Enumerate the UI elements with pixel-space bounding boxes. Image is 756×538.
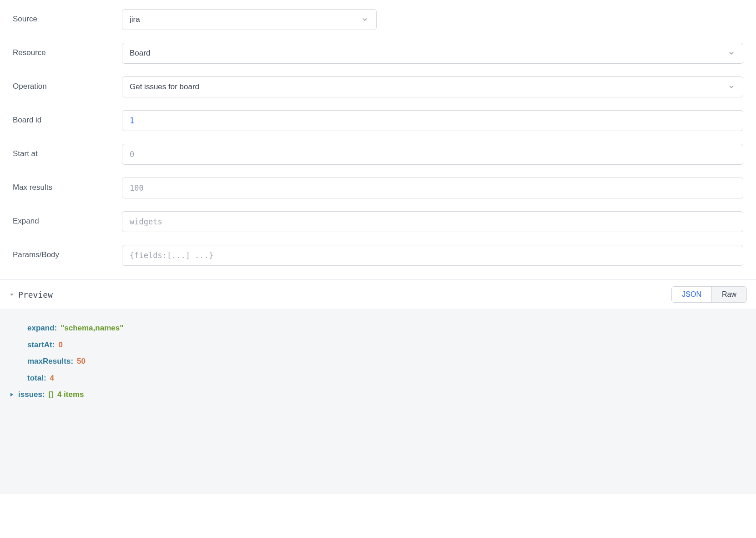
resource-value: Board (130, 49, 150, 58)
json-key: total: (27, 370, 46, 387)
json-count: 4 items (57, 386, 84, 403)
json-value: "schema,names" (60, 320, 123, 337)
json-line-total: total: 4 (9, 370, 747, 387)
resource-select[interactable]: Board (122, 43, 743, 64)
triangle-right-icon (9, 392, 15, 397)
source-row: Source jira (13, 9, 743, 30)
start-at-input[interactable] (122, 144, 743, 165)
expand-input[interactable] (122, 211, 743, 232)
triangle-down-icon (9, 292, 15, 297)
operation-label: Operation (13, 76, 122, 91)
max-results-input[interactable] (122, 178, 743, 198)
json-key: expand: (27, 320, 57, 337)
expand-row: Expand (13, 211, 743, 232)
start-at-row: Start at (13, 144, 743, 165)
json-line-issues[interactable]: issues: [] 4 items (9, 386, 747, 403)
chevron-down-icon (361, 15, 369, 24)
form-section: Source jira Resource Board Operation (0, 0, 756, 279)
json-line-maxresults: maxResults: 50 (9, 353, 747, 370)
preview-title-wrapper[interactable]: Preview (9, 290, 53, 299)
source-select[interactable]: jira (122, 9, 377, 30)
preview-section: Preview JSON Raw expand: "schema,names" … (0, 279, 756, 494)
json-toggle-button[interactable]: JSON (672, 287, 712, 302)
json-line-startat: startAt: 0 (9, 337, 747, 354)
chevron-down-icon (727, 83, 736, 91)
json-line-expand: expand: "schema,names" (9, 320, 747, 337)
chevron-down-icon (727, 49, 736, 57)
view-toggle: JSON Raw (671, 286, 747, 303)
params-body-input[interactable] (122, 245, 743, 266)
max-results-label: Max results (13, 178, 122, 192)
json-value: 0 (58, 337, 62, 354)
start-at-label: Start at (13, 144, 122, 158)
json-bracket: [] (49, 386, 54, 403)
resource-label: Resource (13, 43, 122, 57)
preview-header: Preview JSON Raw (0, 280, 756, 309)
source-value: jira (130, 15, 140, 24)
max-results-row: Max results (13, 178, 743, 198)
board-id-input[interactable] (122, 110, 743, 131)
operation-row: Operation Get issues for board (13, 76, 743, 97)
params-body-row: Params/Body (13, 245, 743, 266)
json-value: 4 (50, 370, 54, 387)
json-value: 50 (77, 353, 86, 370)
json-key: issues: (18, 386, 45, 403)
board-id-row: Board id (13, 110, 743, 131)
operation-select[interactable]: Get issues for board (122, 76, 743, 97)
board-id-label: Board id (13, 110, 122, 125)
json-viewer: expand: "schema,names" startAt: 0 maxRes… (0, 309, 756, 494)
params-body-label: Params/Body (13, 245, 122, 259)
preview-title: Preview (18, 290, 53, 299)
operation-value: Get issues for board (130, 82, 199, 91)
raw-toggle-button[interactable]: Raw (712, 287, 746, 302)
resource-row: Resource Board (13, 43, 743, 64)
json-key: startAt: (27, 337, 55, 354)
json-key: maxResults: (27, 353, 73, 370)
expand-label: Expand (13, 211, 122, 226)
source-label: Source (13, 9, 122, 24)
